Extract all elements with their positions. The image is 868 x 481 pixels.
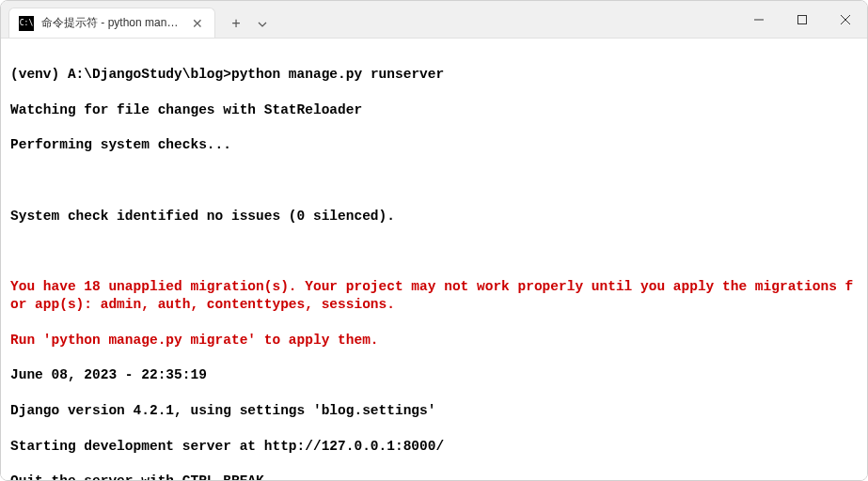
svg-rect-1 (798, 15, 807, 23)
tab-title: 命令提示符 - python manage (41, 15, 182, 31)
output-blank (10, 172, 858, 190)
output-line: Django version 4.2.1, using settings 'bl… (10, 402, 858, 420)
prompt-text: (venv) A:\DjangoStudy\blog> (10, 67, 231, 82)
tab-dropdown-icon[interactable] (249, 11, 276, 38)
output-warning-line: Run 'python manage.py migrate' to apply … (10, 332, 858, 349)
output-warning-line: You have 18 unapplied migration(s). Your… (10, 278, 858, 314)
maximize-button[interactable] (781, 1, 824, 38)
output-line: June 08, 2023 - 22:35:19 (10, 366, 858, 384)
output-line: Starting development server at http://12… (10, 438, 858, 456)
output-line: Performing system checks... (10, 136, 858, 154)
output-line: Watching for file changes with StatReloa… (10, 101, 858, 119)
cmd-icon: C:\ (19, 16, 34, 31)
titlebar: C:\ 命令提示符 - python manage ✕ + (1, 1, 867, 39)
close-tab-icon[interactable]: ✕ (190, 16, 205, 31)
output-blank (10, 242, 858, 260)
command-text: python manage.py runserver (231, 67, 444, 82)
prompt-line: (venv) A:\DjangoStudy\blog>python manage… (10, 66, 858, 84)
tab-active[interactable]: C:\ 命令提示符 - python manage ✕ (8, 8, 215, 38)
new-tab-button[interactable]: + (223, 11, 249, 38)
minimize-button[interactable] (737, 1, 781, 38)
tab-strip: C:\ 命令提示符 - python manage ✕ + (1, 1, 276, 38)
output-line: System check identified no issues (0 sil… (10, 208, 858, 225)
close-window-button[interactable] (824, 1, 867, 38)
output-line: Quit the server with CTRL-BREAK. (10, 473, 858, 480)
terminal-output[interactable]: (venv) A:\DjangoStudy\blog>python manage… (1, 39, 867, 480)
window-controls (737, 1, 867, 38)
